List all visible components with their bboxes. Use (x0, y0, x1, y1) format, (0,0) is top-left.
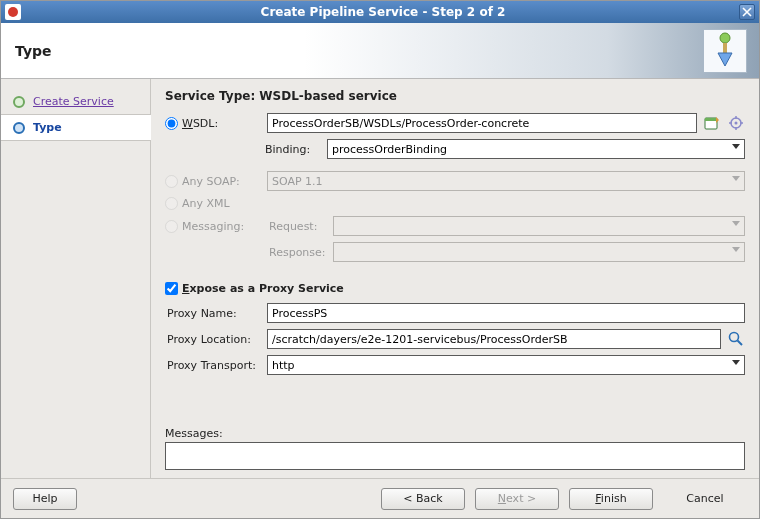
svg-point-0 (8, 7, 18, 17)
page-title: Type (15, 43, 52, 59)
proxy-transport-label: Proxy Transport: (165, 359, 261, 372)
sidebar-step-create-service[interactable]: Create Service (1, 89, 150, 114)
any-xml-radio (165, 197, 178, 210)
service-type-heading: Service Type: WSDL-based service (165, 89, 745, 103)
binding-row: Binding: processOrderBinding (165, 139, 745, 159)
binding-label: Binding: (165, 143, 321, 156)
chevron-down-icon (732, 247, 740, 252)
chevron-down-icon (732, 360, 740, 365)
response-label: Response: (267, 246, 327, 259)
messaging-radio-group: Messaging: (165, 220, 261, 233)
messages-label: Messages: (165, 397, 745, 440)
dialog-footer: Help < Back Next > Finish Cancel (1, 478, 759, 518)
header-banner: Type (1, 23, 759, 79)
dialog-window: Create Pipeline Service - Step 2 of 2 Ty… (0, 0, 760, 519)
messaging-row: Messaging: Request: (165, 216, 745, 236)
wsdl-radio-label: WSDL: (182, 117, 218, 130)
any-soap-value: SOAP 1.1 (272, 175, 323, 188)
svg-point-12 (730, 333, 739, 342)
window-title: Create Pipeline Service - Step 2 of 2 (27, 5, 739, 19)
svg-point-7 (735, 122, 738, 125)
any-soap-row: Any SOAP: SOAP 1.1 (165, 171, 745, 191)
step-indicator-icon (13, 122, 25, 134)
proxy-transport-value: http (272, 359, 295, 372)
messages-box (165, 442, 745, 470)
proxy-name-row: Proxy Name: (165, 303, 745, 323)
proxy-location-input[interactable] (267, 329, 721, 349)
expose-proxy-label: Expose as a Proxy Service (182, 282, 344, 295)
step-indicator-icon (13, 96, 25, 108)
pipeline-wizard-icon (703, 29, 747, 73)
browse-wsdl-button[interactable] (703, 114, 721, 132)
wizard-steps-sidebar: Create Service Type (1, 79, 151, 478)
messaging-radio (165, 220, 178, 233)
svg-rect-5 (705, 118, 717, 121)
binding-value: processOrderBinding (332, 143, 447, 156)
sidebar-step-type[interactable]: Type (1, 114, 151, 141)
proxy-location-row: Proxy Location: (165, 329, 745, 349)
titlebar: Create Pipeline Service - Step 2 of 2 (1, 1, 759, 23)
back-button[interactable]: < Back (381, 488, 465, 510)
svg-rect-2 (723, 43, 727, 53)
app-icon (5, 4, 21, 20)
svg-point-1 (720, 33, 730, 43)
sidebar-step-label: Type (33, 121, 62, 134)
any-soap-select: SOAP 1.1 (267, 171, 745, 191)
any-xml-row: Any XML (165, 197, 745, 210)
any-soap-label: Any SOAP: (182, 175, 240, 188)
expose-proxy-checkbox-row[interactable]: Expose as a Proxy Service (165, 282, 745, 295)
wsdl-settings-button[interactable] (727, 114, 745, 132)
messaging-label: Messaging: (182, 220, 244, 233)
binding-select[interactable]: processOrderBinding (327, 139, 745, 159)
browse-location-button[interactable] (727, 330, 745, 348)
cancel-button[interactable]: Cancel (663, 488, 747, 510)
any-soap-radio-group: Any SOAP: (165, 175, 261, 188)
finish-button[interactable]: Finish (569, 488, 653, 510)
svg-marker-3 (718, 53, 732, 66)
next-button: Next > (475, 488, 559, 510)
response-select (333, 242, 745, 262)
request-select (333, 216, 745, 236)
proxy-transport-select[interactable]: http (267, 355, 745, 375)
chevron-down-icon (732, 221, 740, 226)
sidebar-step-label[interactable]: Create Service (33, 95, 114, 108)
any-xml-radio-group: Any XML (165, 197, 261, 210)
dialog-body: Create Service Type Service Type: WSDL-b… (1, 79, 759, 478)
chevron-down-icon (732, 176, 740, 181)
svg-line-13 (738, 341, 743, 346)
close-button[interactable] (739, 4, 755, 20)
wsdl-path-input[interactable] (267, 113, 697, 133)
wsdl-radio[interactable] (165, 117, 178, 130)
chevron-down-icon (732, 144, 740, 149)
any-xml-label: Any XML (182, 197, 230, 210)
wsdl-row: WSDL: (165, 113, 745, 133)
response-row: Response: (165, 242, 745, 262)
request-label: Request: (267, 220, 327, 233)
proxy-name-label: Proxy Name: (165, 307, 261, 320)
proxy-transport-row: Proxy Transport: http (165, 355, 745, 375)
main-panel: Service Type: WSDL-based service WSDL: B… (151, 79, 759, 478)
proxy-name-input[interactable] (267, 303, 745, 323)
help-button[interactable]: Help (13, 488, 77, 510)
any-soap-radio (165, 175, 178, 188)
wsdl-radio-group[interactable]: WSDL: (165, 117, 261, 130)
proxy-location-label: Proxy Location: (165, 333, 261, 346)
expose-proxy-checkbox[interactable] (165, 282, 178, 295)
